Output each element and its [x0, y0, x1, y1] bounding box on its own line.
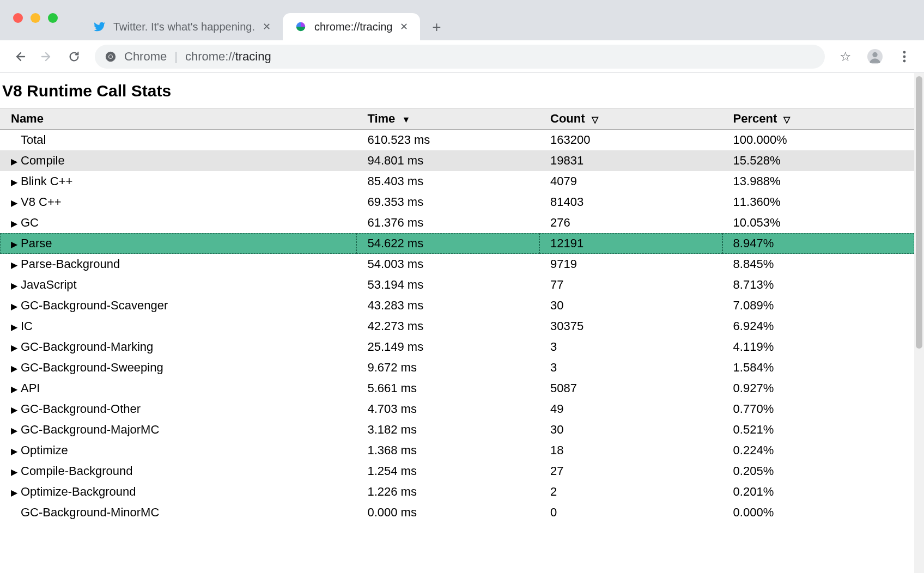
address-bar[interactable]: Chrome | chrome://tracing	[95, 45, 825, 69]
sort-desc-icon: ▼	[402, 115, 410, 125]
url-origin-label: Chrome	[124, 50, 167, 64]
back-button[interactable]	[8, 45, 32, 69]
cell-time: 54.622 ms	[356, 233, 539, 254]
table-row[interactable]: Total610.523 ms163200100.000%	[0, 130, 914, 150]
table-row[interactable]: ▶Optimize1.368 ms180.224%	[0, 440, 914, 461]
expand-icon[interactable]: ▶	[11, 178, 19, 187]
table-row[interactable]: ▶Optimize-Background1.226 ms20.201%	[0, 481, 914, 502]
row-name-label: GC-Background-MajorMC	[21, 423, 159, 436]
forward-button[interactable]	[35, 45, 59, 69]
cell-count: 18	[539, 440, 722, 461]
svg-point-7	[903, 59, 906, 62]
cell-count: 30375	[539, 316, 722, 337]
column-header-name[interactable]: Name	[0, 108, 356, 130]
profile-button[interactable]	[863, 45, 887, 69]
cell-percent: 0.205%	[722, 461, 914, 481]
column-header-time[interactable]: Time ▼	[356, 108, 539, 130]
cell-time: 3.182 ms	[356, 419, 539, 440]
chrome-menu-button[interactable]	[892, 45, 916, 69]
cell-count: 276	[539, 212, 722, 233]
table-row[interactable]: ▶GC-Background-MajorMC3.182 ms300.521%	[0, 419, 914, 440]
cell-name: ▶Optimize-Background	[0, 481, 356, 502]
table-row[interactable]: ▶GC-Background-Other4.703 ms490.770%	[0, 399, 914, 419]
table-row[interactable]: ▶GC-Background-Scavenger43.283 ms307.089…	[0, 295, 914, 316]
row-name-label: Blink C++	[21, 174, 72, 188]
cell-time: 610.523 ms	[356, 130, 539, 150]
table-row[interactable]: ▶GC-Background-Marking25.149 ms34.119%	[0, 337, 914, 357]
row-name-label: Optimize-Background	[21, 485, 136, 498]
table-row[interactable]: ▶Parse54.622 ms121918.947%	[0, 233, 914, 254]
tab-close-icon[interactable]: ✕	[263, 21, 271, 33]
expand-icon[interactable]: ▶	[11, 426, 19, 435]
expand-icon[interactable]: ▶	[11, 240, 19, 249]
expand-icon[interactable]: ▶	[11, 302, 19, 311]
table-row[interactable]: GC-Background-MinorMC0.000 ms00.000%	[0, 502, 914, 523]
svg-point-4	[872, 52, 877, 57]
window-close-button[interactable]	[13, 13, 23, 23]
expand-icon[interactable]: ▶	[11, 323, 19, 332]
expand-icon[interactable]: ▶	[11, 282, 19, 290]
row-name-label: GC-Background-MinorMC	[21, 505, 159, 519]
cell-time: 5.661 ms	[356, 378, 539, 399]
tab-title: Twitter. It's what's happening.	[113, 21, 255, 33]
cell-time: 69.353 ms	[356, 192, 539, 212]
cell-count: 3	[539, 337, 722, 357]
bookmark-button[interactable]: ☆	[834, 45, 858, 69]
row-name-label: Compile-Background	[21, 464, 132, 478]
row-name-label: V8 C++	[21, 195, 62, 209]
cell-time: 43.283 ms	[356, 295, 539, 316]
window-minimize-button[interactable]	[31, 13, 40, 23]
cell-time: 1.254 ms	[356, 461, 539, 481]
table-row[interactable]: ▶GC61.376 ms27610.053%	[0, 212, 914, 233]
row-name-label: Total	[21, 133, 46, 147]
table-row[interactable]: ▶API5.661 ms50870.927%	[0, 378, 914, 399]
expand-icon[interactable]: ▶	[11, 199, 19, 208]
expand-icon[interactable]: ▶	[11, 157, 19, 166]
table-row[interactable]: ▶Parse-Background54.003 ms97198.845%	[0, 254, 914, 275]
cell-count: 163200	[539, 130, 722, 150]
table-row[interactable]: ▶GC-Background-Sweeping9.672 ms31.584%	[0, 357, 914, 378]
cell-count: 27	[539, 461, 722, 481]
tab-close-icon[interactable]: ✕	[400, 21, 408, 33]
table-row[interactable]: ▶Compile-Background1.254 ms270.205%	[0, 461, 914, 481]
expand-icon[interactable]: ▶	[11, 344, 19, 352]
expand-icon[interactable]: ▶	[11, 489, 19, 497]
cell-percent: 11.360%	[722, 192, 914, 212]
window-zoom-button[interactable]	[48, 13, 58, 23]
scrollbar-thumb[interactable]	[916, 76, 922, 349]
cell-time: 1.226 ms	[356, 481, 539, 502]
cell-count: 19831	[539, 150, 722, 171]
table-row[interactable]: ▶JavaScript53.194 ms778.713%	[0, 275, 914, 295]
column-header-percent[interactable]: Percent ▽	[722, 108, 914, 130]
expand-icon[interactable]: ▶	[11, 447, 19, 456]
column-header-count[interactable]: Count ▽	[539, 108, 722, 130]
cell-percent: 0.927%	[722, 378, 914, 399]
new-tab-button[interactable]: +	[425, 16, 447, 38]
table-row[interactable]: ▶IC42.273 ms303756.924%	[0, 316, 914, 337]
cell-time: 85.403 ms	[356, 171, 539, 192]
cell-name: ▶Optimize	[0, 440, 356, 461]
browser-tab-twitter[interactable]: Twitter. It's what's happening. ✕	[82, 13, 283, 40]
expand-icon[interactable]: ▶	[11, 385, 19, 394]
tracing-icon	[295, 21, 307, 33]
reload-button[interactable]	[62, 45, 86, 69]
table-row[interactable]: ▶V8 C++69.353 ms8140311.360%	[0, 192, 914, 212]
cell-time: 94.801 ms	[356, 150, 539, 171]
cell-percent: 1.584%	[722, 357, 914, 378]
cell-name: ▶JavaScript	[0, 275, 356, 295]
cell-name: ▶GC	[0, 212, 356, 233]
vertical-scrollbar[interactable]	[914, 73, 924, 573]
expand-icon[interactable]: ▶	[11, 220, 19, 228]
expand-icon[interactable]: ▶	[11, 468, 19, 477]
expand-icon[interactable]: ▶	[11, 406, 19, 414]
browser-tab-tracing[interactable]: chrome://tracing ✕	[283, 13, 420, 40]
cell-count: 9719	[539, 254, 722, 275]
table-row[interactable]: ▶Compile94.801 ms1983115.528%	[0, 150, 914, 171]
expand-icon[interactable]: ▶	[11, 364, 19, 373]
kebab-icon	[903, 51, 906, 63]
expand-icon[interactable]: ▶	[11, 261, 19, 270]
table-row[interactable]: ▶Blink C++85.403 ms407913.988%	[0, 171, 914, 192]
cell-count: 12191	[539, 233, 722, 254]
cell-name: ▶GC-Background-Sweeping	[0, 357, 356, 378]
cell-count: 2	[539, 481, 722, 502]
